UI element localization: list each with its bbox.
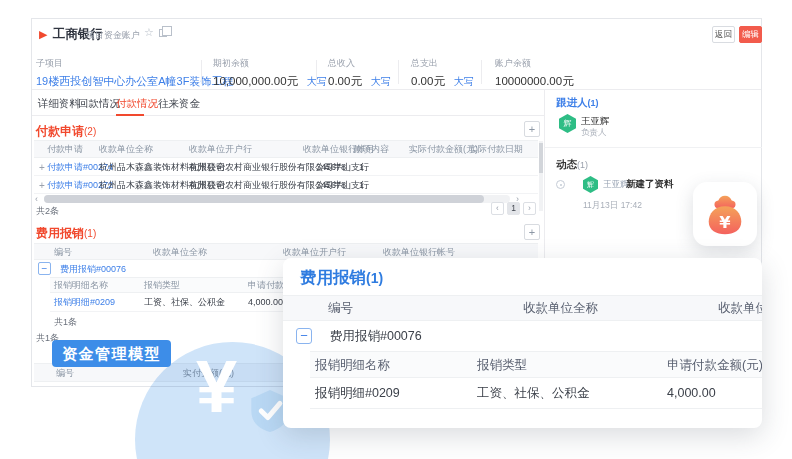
activity-avatar[interactable]: 辉 [583,176,598,193]
field-label: 期初余额 [213,57,327,70]
screenshot-root: ▶ 工商银行 项目资金账户 ☆ 返回 编辑 子项目 19楼西投创智中心办公室A幢… [0,0,792,459]
activity-title: 动态(1) [556,158,588,172]
expense-link[interactable]: 费用报销#00076 [330,328,422,345]
field-subproject: 子项目 19楼西投创智中心办公室A幢3F装饰工程 [36,57,233,89]
cell-account: 345678 [316,162,346,172]
overlay-table-header: 编号 收款单位全称 收款单位开户行 [283,295,762,321]
prev-page-button[interactable]: ‹ [491,202,504,215]
column-header: 付款申请 [47,143,83,156]
cell-amount: 4,000.00 [248,297,283,307]
collapse-row-button[interactable]: − [38,262,51,275]
expense-detail-link[interactable]: 报销明细#0209 [315,385,400,402]
expand-row-icon[interactable]: + [39,179,45,190]
column-header: 编号 [56,366,74,379]
svg-text:¥: ¥ [719,213,731,232]
section-title-text: 付款申请 [36,124,84,138]
cell-content: 1 [359,180,364,190]
field-value: 0.00元大写 [411,74,474,89]
tab-payment-status[interactable]: 付款情况 [116,97,158,111]
tab-detail-info[interactable]: 详细资料 [38,97,80,111]
column-header: 编号 [54,245,72,258]
daxie-link[interactable]: 大写 [454,76,474,87]
expand-row-icon[interactable]: + [39,161,45,172]
horizontal-scrollbar[interactable] [44,195,510,203]
table-row[interactable]: + 付款申请#00272 杭州品木森鑫装饰材料有限公司 杭州联合农村商业银行股份… [34,176,538,194]
field-total-expense: 总支出 0.00元大写 [411,57,474,89]
money-bag-icon: ¥ [702,190,748,238]
column-header: 报销类型 [477,356,527,373]
follower-avatar[interactable]: 辉 [559,114,576,133]
add-expense-button[interactable]: + [524,224,540,240]
cell-amount: 4,000.00 [667,386,716,400]
record-flag-icon: ▶ [39,28,47,41]
cell-content: 1 [359,162,364,172]
vertical-scrollbar[interactable] [539,141,543,211]
column-header: 申请付款金额(元) [667,356,762,373]
side-title-count: (1) [588,98,599,108]
cell-expense-type: 工资、社保、公积金 [144,296,225,309]
side-title-text: 跟进人 [556,96,588,108]
daxie-link[interactable]: 大写 [371,76,391,87]
section-count: (2) [84,126,96,137]
scrollbar-thumb[interactable] [539,143,543,173]
current-page[interactable]: 1 [507,202,520,215]
column-header: 实际付款金额(元) [409,143,478,156]
side-title-count: (1) [577,160,588,170]
column-header: 收款单位全称 [523,300,598,317]
column-header: 收款单位开户行 [189,143,252,156]
column-header: 收款单位开户行 [283,245,346,258]
next-page-button[interactable]: › [523,202,536,215]
column-header: 报销类型 [144,279,180,292]
payment-request-title: 付款申请(2) [36,123,96,140]
divider [201,60,202,84]
follower-role: 负责人 [581,127,607,139]
fund-model-badge: 资金管理模型 [52,340,171,367]
column-header: 实际付款日期 [469,143,523,156]
active-tab-underline [116,114,144,116]
detail-tabs: 详细资料 回款情况 付款情况 往来资金 [32,90,544,116]
amount-text: 0.00元 [411,75,445,87]
expense-zoom-overlay: 费用报销(1) 编号 收款单位全称 收款单位开户行 − 费用报销#00076 报… [283,258,762,428]
column-header: 报销明细名称 [315,356,390,373]
overlay-title: 费用报销(1) [300,267,383,289]
expense-detail-link[interactable]: 报销明细#0209 [54,296,115,309]
field-label: 总收入 [328,57,391,70]
cell-account: 345678 [316,180,346,190]
overlay-expense-row[interactable]: − 费用报销#00076 [283,321,762,351]
section-count: (1) [84,228,96,239]
scroll-left-arrow[interactable]: ‹ [35,194,38,204]
followers-title: 跟进人(1) [556,96,599,110]
expense-section-title: 费用报销(1) [36,225,96,242]
money-bag-card: ¥ [693,182,757,246]
add-payment-request-button[interactable]: + [524,121,540,137]
column-header: 款项内容 [353,143,389,156]
table-row[interactable]: + 付款申请#00274 杭州品木森鑫装饰材料有限公司 杭州联合农村商业银行股份… [34,158,538,176]
field-value: 10000000.00元 [495,74,574,89]
expense-link[interactable]: 费用报销#00076 [60,262,126,275]
side-title-text: 动态 [556,158,577,170]
copy-icon[interactable] [159,29,167,37]
payment-request-total: 共2条 [36,205,59,218]
collapse-row-button[interactable]: − [296,328,312,344]
field-label: 总支出 [411,57,474,70]
edit-button[interactable]: 编辑 [739,26,762,43]
field-label: 账户余额 [495,57,574,70]
overlay-title-text: 费用报销 [300,268,366,286]
star-icon[interactable]: ☆ [144,26,154,39]
subproject-link[interactable]: 19楼西投创智中心办公室A幢3F装饰工程 [36,74,233,89]
overlay-title-count: (1) [366,270,383,286]
expense-subtable-total: 共1条 [54,316,77,329]
divider [316,60,317,84]
daxie-link[interactable]: 大写 [307,76,327,87]
tab-receipt-status[interactable]: 回款情况 [78,97,120,111]
column-header: 收款单位银行帐号 [383,245,455,258]
payment-request-table-header: 付款申请 收款单位全称 收款单位开户行 收款单位银行帐号 款项内容 实际付款金额… [34,140,538,158]
section-title-text: 费用报销 [36,226,84,240]
scrollbar-thumb[interactable] [44,195,484,203]
overlay-subtable-row[interactable]: 报销明细#0209 工资、社保、公积金 4,000.00 [310,378,762,409]
divider [481,60,482,84]
back-button[interactable]: 返回 [712,26,735,43]
tab-transactions[interactable]: 往来资金 [158,97,200,111]
column-header: 收款单位全称 [153,245,207,258]
activity-user[interactable]: 王亚辉 [603,179,629,191]
